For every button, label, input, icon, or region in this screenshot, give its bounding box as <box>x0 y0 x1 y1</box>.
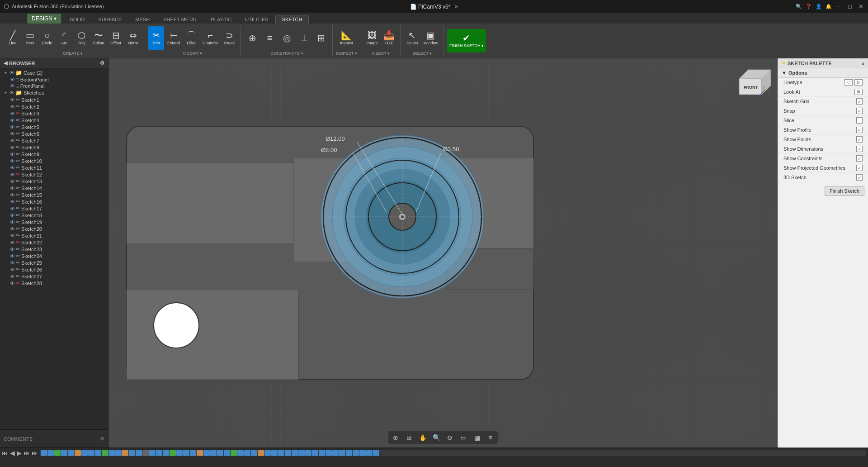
tree-item-sketches[interactable]: ▼ 👁 📁 Sketches <box>0 89 108 96</box>
tree-item-sketch4[interactable]: 👁 ✏ Sketch4 <box>0 117 108 124</box>
tree-item-sketch25[interactable]: 👁 ✏ Sketch25 <box>0 259 108 266</box>
zoom-out-button[interactable]: ⊖ <box>443 432 456 443</box>
line-button[interactable]: ╱Line <box>5 26 21 50</box>
tree-item-sketch12[interactable]: 👁 ✏ Sketch12 <box>0 171 108 178</box>
timeline-item[interactable] <box>258 450 264 456</box>
insert-image-button[interactable]: 🖼Image <box>364 26 380 50</box>
fixed-button[interactable]: ⊞ <box>313 26 330 50</box>
linetype-prev-button[interactable]: ◁ <box>844 79 853 86</box>
timeline-prev-button[interactable]: ◀ <box>10 449 15 457</box>
timeline-item[interactable] <box>373 450 379 456</box>
tree-item-sketch19[interactable]: 👁 ✏ Sketch19 <box>0 219 108 225</box>
maximize-button[interactable]: □ <box>846 3 854 10</box>
showprojected-checkbox[interactable] <box>856 165 863 171</box>
modify-label[interactable]: MODIFY ▾ <box>183 50 202 56</box>
timeline-item[interactable] <box>190 450 196 456</box>
timeline-item[interactable] <box>95 450 101 456</box>
timeline-item[interactable] <box>231 450 237 456</box>
timeline-item[interactable] <box>163 450 169 456</box>
tree-item-sketch27[interactable]: 👁 ✏ Sketch27 <box>0 273 108 280</box>
tab-close-button[interactable]: × <box>455 3 458 10</box>
linetype-next-button[interactable]: ▷ <box>854 79 863 86</box>
options-section-header[interactable]: ▼ Options <box>778 68 868 78</box>
finish-sketch-button[interactable]: ✔ FINISH SKETCH ▾ <box>447 29 486 52</box>
tree-item-sketch18[interactable]: 👁 ✏ Sketch18 <box>0 212 108 219</box>
zoom-in-button[interactable]: 🔍 <box>430 432 443 443</box>
timeline-item[interactable] <box>142 450 149 456</box>
tree-item-bottompanel[interactable]: 👁 □ BottomPanel <box>0 76 108 83</box>
polygon-button[interactable]: ⬡Poly <box>73 26 90 50</box>
timeline-item[interactable] <box>346 450 352 456</box>
timeline-item[interactable] <box>176 450 183 456</box>
grid-button[interactable]: ⊞ <box>403 432 415 443</box>
timeline-item[interactable] <box>285 450 291 456</box>
tree-item-sketch26[interactable]: 👁 ✏ Sketch26 <box>0 266 108 273</box>
vis-s12[interactable]: 👁 <box>10 172 15 177</box>
sketchgrid-checkbox[interactable] <box>856 98 863 105</box>
trim-button[interactable]: ✂Trim <box>148 26 164 50</box>
vis-s8[interactable]: 👁 <box>10 145 15 150</box>
pan-button[interactable]: ✋ <box>416 432 429 443</box>
timeline-start-button[interactable]: ⏮ <box>2 449 8 457</box>
comments-expand-icon[interactable]: ⚙ <box>100 436 104 442</box>
display-mode-button[interactable]: ▦ <box>471 432 483 443</box>
browser-settings-icon[interactable]: ⚙ <box>100 60 104 66</box>
vis-s7[interactable]: 👁 <box>10 138 15 143</box>
vis-s22[interactable]: 👁 <box>10 240 15 245</box>
vis-s26[interactable]: 👁 <box>10 267 15 272</box>
vis-s6[interactable]: 👁 <box>10 131 15 137</box>
help-icon[interactable]: ❓ <box>806 4 812 10</box>
timeline-item[interactable] <box>264 450 271 456</box>
vis-s28[interactable]: 👁 <box>10 281 15 286</box>
tab-plastic[interactable]: PLASTIC <box>204 15 239 24</box>
collinear-button[interactable]: ≡ <box>262 26 278 50</box>
tree-item-sketch13[interactable]: 👁 ✏ Sketch13 <box>0 178 108 185</box>
tab-mesh[interactable]: MESH <box>128 15 156 24</box>
vis-s19[interactable]: 👁 <box>10 219 15 225</box>
vis-s3[interactable]: 👁 <box>10 111 15 116</box>
select-button[interactable]: ↖Select <box>404 26 420 50</box>
timeline-item[interactable] <box>122 450 128 456</box>
design-dropdown[interactable]: DESIGN ▾ <box>27 14 61 24</box>
timeline-play-button[interactable]: ▶ <box>17 449 22 457</box>
visibility-icon[interactable]: 👁 <box>9 70 14 76</box>
vis-s10[interactable]: 👁 <box>10 158 15 164</box>
showprofile-checkbox[interactable] <box>856 127 863 133</box>
timeline-item[interactable] <box>271 450 278 456</box>
timeline-item[interactable] <box>366 450 373 456</box>
vis-s11[interactable]: 👁 <box>10 165 15 171</box>
vis-s21[interactable]: 👁 <box>10 233 15 238</box>
tree-item-sketch24[interactable]: 👁 ✏ Sketch24 <box>0 253 108 259</box>
palette-expand-icon[interactable]: » <box>862 61 864 66</box>
tree-item-frontpanel[interactable]: 👁 □ FrontPanel <box>0 83 108 89</box>
timeline-item[interactable] <box>244 450 250 456</box>
tree-item-sketch2[interactable]: 👁 ✏ Sketch2 <box>0 103 108 110</box>
vis-s2[interactable]: 👁 <box>10 104 15 110</box>
tree-item-sketch5[interactable]: 👁 ✏ Sketch5 <box>0 124 108 130</box>
vis-s17[interactable]: 👁 <box>10 206 15 211</box>
timeline-item[interactable] <box>129 450 135 456</box>
inspect-label[interactable]: INSPECT ▾ <box>336 50 357 56</box>
midpoint-button[interactable]: ⊥ <box>296 26 312 50</box>
offset-button[interactable]: ⊟Offset <box>108 26 124 50</box>
rectangle-button[interactable]: ▭Rect <box>22 26 38 50</box>
timeline-item[interactable] <box>312 450 318 456</box>
timeline-item[interactable] <box>115 450 122 456</box>
vis-s1[interactable]: 👁 <box>10 97 15 103</box>
timeline-item[interactable] <box>332 450 339 456</box>
timeline-item[interactable] <box>54 450 61 456</box>
slice-checkbox[interactable] <box>856 117 863 124</box>
tree-item-sketch15[interactable]: 👁 ✏ Sketch15 <box>0 191 108 198</box>
tree-item-sketch20[interactable]: 👁 ✏ Sketch20 <box>0 225 108 232</box>
vis-s20[interactable]: 👁 <box>10 226 15 232</box>
search-icon[interactable]: 🔍 <box>796 4 802 10</box>
insert-dxf-button[interactable]: 📥DXF <box>381 26 397 50</box>
timeline-item[interactable] <box>237 450 244 456</box>
insert-label[interactable]: INSERT ▾ <box>372 50 390 56</box>
vis-s27[interactable]: 👁 <box>10 274 15 279</box>
timeline-item[interactable] <box>224 450 230 456</box>
timeline-item[interactable] <box>292 450 298 456</box>
tree-item-sketch7[interactable]: 👁 ✏ Sketch7 <box>0 137 108 144</box>
notification-icon[interactable]: 🔔 <box>826 4 832 10</box>
timeline-item[interactable] <box>353 450 359 456</box>
